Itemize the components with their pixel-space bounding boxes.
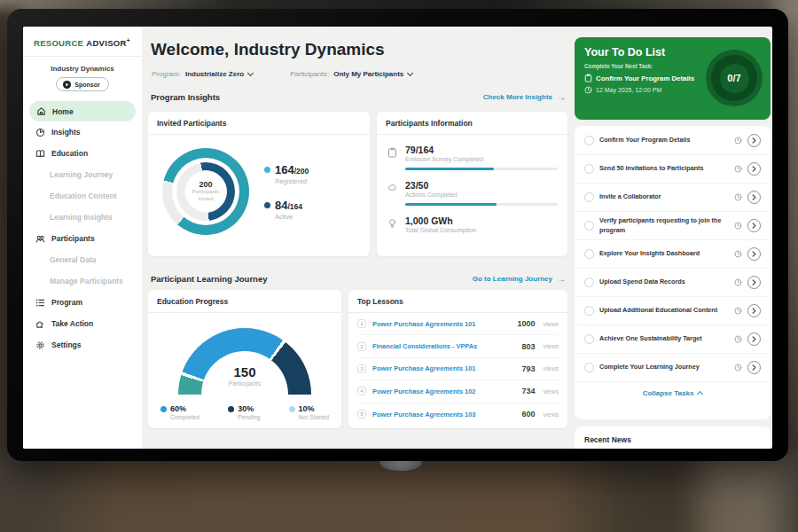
sidebar-item-insights[interactable]: Insights	[23, 121, 142, 143]
collapse-tasks-link[interactable]: Collapse Tasks	[575, 382, 771, 404]
todo-checkbox[interactable]	[584, 306, 594, 316]
todo-item: Confirm Your Program Details	[576, 127, 769, 155]
sponsor-badge[interactable]: Sponsor	[56, 77, 108, 91]
todo-go-button[interactable]	[747, 361, 761, 374]
sidebar-item-program[interactable]: Program	[23, 292, 142, 313]
card-title: Education Progress	[148, 290, 341, 313]
todo-item-label: Upload Additional Educational Content	[599, 301, 729, 319]
sidebar-item-general-data[interactable]: General Data	[23, 249, 142, 270]
todo-checkbox[interactable]	[584, 249, 594, 259]
todo-go-button[interactable]	[747, 304, 761, 317]
main-content: Welcome, Industry Dynamics Program: Indu…	[142, 27, 567, 449]
todo-checkbox[interactable]	[584, 363, 594, 372]
clock-icon	[734, 250, 742, 258]
progress-track	[405, 203, 558, 206]
sponsor-badge-label: Sponsor	[74, 82, 99, 88]
link-label: Check More Insights	[483, 93, 552, 101]
sidebar-item-label: General Data	[50, 255, 96, 264]
lesson-link[interactable]: Power Purchase Agreements 101	[372, 320, 511, 328]
gear-icon	[35, 340, 45, 350]
dashboard-screen: RESOURCEADVISOR+ Industry Dynamics Spons…	[23, 27, 772, 449]
logo-resource: RESOURCE	[34, 38, 83, 48]
todo-go-button[interactable]	[747, 162, 761, 176]
go-to-learning-journey-link[interactable]: Go to Learning Journey →	[473, 275, 566, 284]
page-title: Welcome, Industry Dynamics	[151, 40, 385, 59]
rank-badge: 4	[357, 387, 366, 395]
lesson-link[interactable]: Power Purchase Agreements 102	[372, 387, 515, 395]
chevron-right-icon	[752, 308, 756, 314]
lesson-link[interactable]: Power Purchase Agreements 103	[372, 411, 515, 419]
rank-badge: 2	[357, 342, 366, 351]
stat-label: Emission Survey Completed	[405, 156, 558, 162]
todo-go-button[interactable]	[747, 191, 761, 204]
todo-panel: Your To Do List Complete Your Next Task:…	[575, 27, 771, 449]
todo-hero-card: Your To Do List Complete Your Next Task:…	[575, 37, 771, 120]
participants-dropdown[interactable]: Participants: Only My Participants	[290, 70, 412, 78]
clock-icon	[734, 335, 742, 343]
photo-scene: RESOURCEADVISOR+ Industry Dynamics Spons…	[0, 0, 798, 532]
todo-checkbox[interactable]	[584, 192, 594, 202]
todo-go-button[interactable]	[747, 134, 761, 147]
lightbulb-icon	[387, 215, 398, 233]
card-title: Top Lessons	[348, 290, 567, 313]
todo-item-label: Verify participants requesting to join t…	[599, 212, 729, 239]
sidebar-item-education[interactable]: Education	[23, 143, 142, 164]
todo-go-button[interactable]	[747, 276, 761, 289]
sidebar-item-learning-journey[interactable]: Learning Journey	[23, 164, 142, 185]
sidebar-item-participants[interactable]: Participants	[23, 228, 142, 249]
sidebar-item-take-action[interactable]: Take Action	[23, 313, 142, 334]
chevron-down-icon	[247, 69, 254, 75]
todo-checkbox[interactable]	[584, 334, 594, 344]
cloud-icon	[387, 180, 398, 206]
sidebar-item-label: Program	[51, 298, 82, 307]
logo-plus: +	[127, 37, 130, 43]
monitor-bezel: RESOURCEADVISOR+ Industry Dynamics Spons…	[7, 9, 788, 461]
lesson-link[interactable]: Financial Considerations - VPPAs	[372, 342, 515, 350]
sidebar-item-manage-participants[interactable]: Manage Participants	[23, 270, 142, 292]
program-insights-header: Program Insights Check More Insights →	[151, 92, 566, 102]
lesson-row: 4 Power Purchase Agreements 102 734views	[357, 380, 559, 403]
gauge-center-label: Participants	[229, 380, 262, 387]
todo-go-button[interactable]	[747, 332, 761, 346]
link-label: Go to Learning Journey	[473, 275, 552, 283]
sidebar-item-label: Manage Participants	[50, 277, 123, 286]
legend-registered: 164/200 Registered	[264, 163, 309, 185]
sidebar-item-label: Insights	[51, 128, 81, 137]
progress-track	[405, 168, 558, 170]
learning-journey-header: Participant Learning Journey Go to Learn…	[151, 274, 566, 284]
todo-checkbox[interactable]	[584, 278, 594, 287]
todo-go-button[interactable]	[747, 219, 761, 232]
todo-item-label: Send 50 Invitations to Participants	[599, 160, 729, 177]
todo-checkbox[interactable]	[584, 136, 594, 145]
stat-value: 1,000 GWh	[405, 215, 557, 226]
card-title: Participants Information	[377, 112, 567, 135]
todo-item: Achieve One Sustainability Target	[576, 325, 769, 354]
lesson-link[interactable]: Power Purchase Agreements 101	[372, 364, 515, 372]
clock-icon	[734, 193, 742, 201]
not-started-dot-icon	[289, 406, 295, 412]
check-more-insights-link[interactable]: Check More Insights →	[483, 93, 566, 102]
sidebar-item-learning-insights[interactable]: Learning Insights	[23, 207, 142, 228]
todo-item: Upload Additional Educational Content	[576, 297, 769, 325]
active-label: Active	[275, 213, 302, 221]
sidebar-item-label: Take Action	[51, 319, 93, 328]
todo-checkbox[interactable]	[584, 221, 594, 231]
sidebar-item-settings[interactable]: Settings	[23, 334, 142, 356]
sidebar-item-education-content[interactable]: Education Content	[23, 185, 142, 207]
active-dot-icon	[264, 202, 270, 208]
clock-icon	[734, 364, 742, 372]
todo-go-button[interactable]	[747, 247, 761, 261]
todo-checkbox[interactable]	[584, 164, 594, 174]
sidebar-item-home[interactable]: Home	[29, 101, 136, 121]
stat-global-consumption: 1,000 GWh Total Global Consumption	[387, 215, 557, 233]
program-dropdown[interactable]: Program: Industrialize Zero	[152, 70, 253, 78]
org-name: Industry Dynamics	[23, 65, 142, 73]
chevron-down-icon	[407, 69, 413, 75]
progress-fill	[405, 203, 497, 206]
todo-item-label: Upload Spend Data Records	[599, 273, 729, 291]
rank-badge: 3	[357, 364, 366, 373]
legend-not-started: 10%Not Started	[289, 404, 329, 420]
chevron-right-icon	[752, 336, 756, 342]
rank-badge: 1	[357, 319, 366, 328]
donut-center-value: 200	[199, 180, 212, 189]
